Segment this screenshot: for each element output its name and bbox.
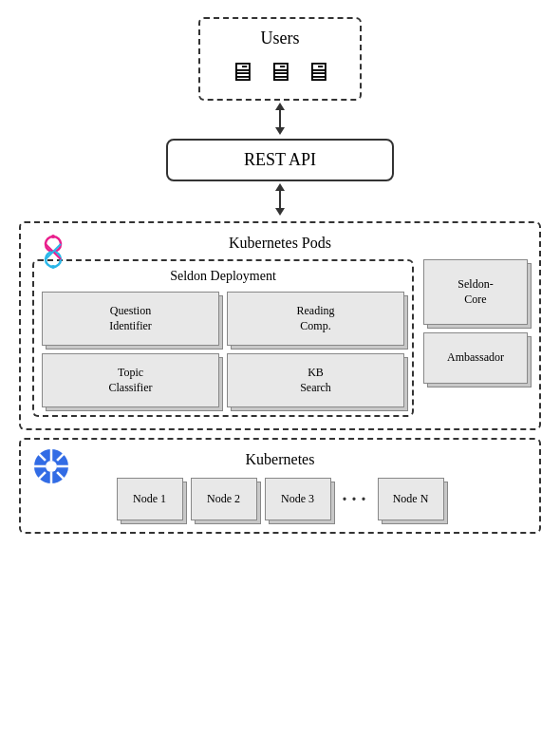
users-box: Users 🖥 🖥 🖥 — [198, 17, 362, 101]
arrow-head-up-1 — [275, 103, 285, 110]
arrow-head-down-1 — [275, 127, 285, 135]
node-n-label: Node N — [378, 478, 444, 520]
laptop-icon-3: 🖥 — [305, 56, 331, 87]
svg-point-5 — [51, 265, 55, 269]
ambassador-label: Ambassador — [423, 332, 528, 384]
pods-inner-layout: Seldon Deployment QuestionIdentifier Rea… — [32, 259, 528, 417]
model-grid: QuestionIdentifier ReadingComp. TopicCla… — [42, 292, 404, 407]
node-1-label: Node 1 — [117, 478, 183, 520]
node-3-label: Node 3 — [265, 478, 331, 520]
arrow-shaft-2 — [279, 191, 281, 208]
node-n-box: Node N — [378, 478, 444, 520]
right-column: Seldon-Core Ambassador — [423, 259, 528, 417]
svg-point-0 — [46, 236, 61, 252]
nodes-row: Node 1 Node 2 Node 3 · · · Node N — [32, 478, 528, 520]
reading-comp-box: ReadingComp. — [227, 292, 404, 346]
node-2-box: Node 2 — [191, 478, 257, 520]
kubernetes-pods-label: Kubernetes Pods — [32, 235, 528, 252]
topic-classifier-label: TopicClassifier — [42, 353, 219, 407]
seldon-deployment-label: Seldon Deployment — [42, 269, 404, 284]
nodes-dots: · · · — [339, 488, 370, 510]
kubernetes-bottom-box: Kubernetes Node 1 Node 2 Node 3 · · · No… — [19, 438, 541, 534]
kb-search-box: KBSearch — [227, 353, 404, 407]
diagram-container: Users 🖥 🖥 🖥 REST API — [0, 0, 560, 756]
ambassador-box: Ambassador — [423, 332, 528, 384]
node-3-box: Node 3 — [265, 478, 331, 520]
rest-api-box: REST API — [166, 139, 394, 181]
question-identifier-label: QuestionIdentifier — [42, 292, 219, 346]
arrow-shaft-1 — [279, 110, 281, 127]
seldon-core-label: Seldon-Core — [423, 259, 528, 325]
svg-point-1 — [46, 252, 61, 267]
topic-classifier-box: TopicClassifier — [42, 353, 219, 407]
seldon-deployment-box: Seldon Deployment QuestionIdentifier Rea… — [32, 259, 414, 417]
question-identifier-box: QuestionIdentifier — [42, 292, 219, 346]
kb-search-label: KBSearch — [227, 353, 404, 407]
laptop-icon-1: 🖥 — [229, 56, 255, 87]
node-2-label: Node 2 — [191, 478, 257, 520]
seldon-icon — [32, 231, 74, 278]
arrow-head-up-2 — [275, 183, 285, 191]
svg-point-4 — [51, 235, 55, 238]
laptop-icon-2: 🖥 — [267, 56, 293, 87]
kubernetes-pods-box: Kubernetes Pods Seldon Deployment Questi… — [19, 221, 541, 430]
svg-point-7 — [46, 461, 57, 472]
users-label: Users — [229, 28, 331, 48]
seldon-core-box: Seldon-Core — [423, 259, 528, 325]
users-to-api-arrow — [275, 103, 285, 137]
node-1-box: Node 1 — [117, 478, 183, 520]
reading-comp-label: ReadingComp. — [227, 292, 404, 346]
kubernetes-label: Kubernetes — [32, 451, 528, 468]
rest-api-label: REST API — [244, 150, 316, 169]
laptops-row: 🖥 🖥 🖥 — [229, 56, 331, 87]
arrow-head-down-2 — [275, 208, 285, 216]
api-to-pods-arrow — [275, 183, 285, 217]
kubernetes-icon — [32, 447, 70, 489]
